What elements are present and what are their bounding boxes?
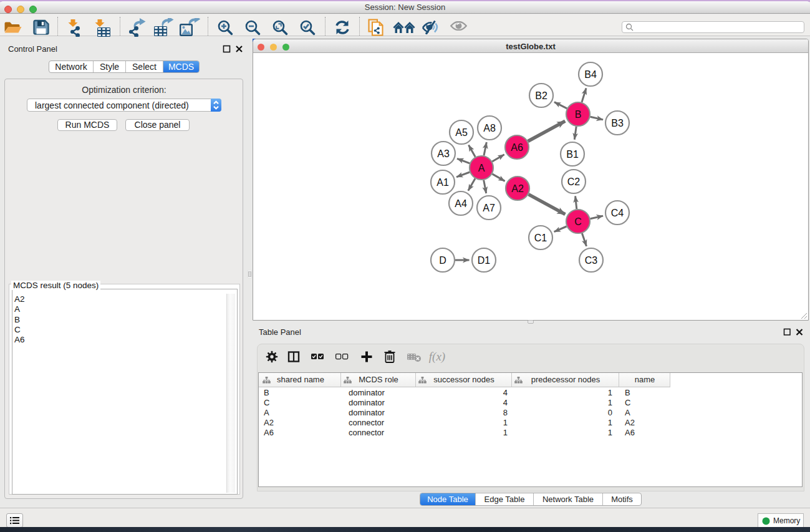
svg-text:B1: B1 — [566, 149, 579, 160]
svg-text:A: A — [478, 163, 485, 173]
svg-text:A6: A6 — [511, 142, 523, 153]
svg-text:D1: D1 — [478, 255, 491, 266]
svg-text:B: B — [575, 109, 582, 120]
svg-text:f(x): f(x) — [429, 350, 445, 364]
svg-text:B2: B2 — [535, 90, 547, 101]
svg-text:C: C — [574, 216, 582, 227]
svg-text:A1: A1 — [436, 177, 449, 188]
svg-text:C4: C4 — [611, 208, 624, 218]
svg-text:A3: A3 — [437, 148, 450, 159]
svg-text:C2: C2 — [567, 177, 581, 187]
svg-text:C1: C1 — [534, 233, 547, 243]
svg-text:A5: A5 — [455, 127, 468, 138]
svg-text:D: D — [439, 255, 446, 266]
svg-text:C3: C3 — [585, 255, 598, 266]
svg-text:A7: A7 — [483, 203, 495, 213]
svg-text:B3: B3 — [611, 118, 624, 128]
svg-text:A4: A4 — [455, 198, 467, 209]
svg-text:B4: B4 — [584, 69, 597, 80]
svg-text:A8: A8 — [483, 123, 496, 133]
svg-text:A2: A2 — [511, 183, 524, 194]
